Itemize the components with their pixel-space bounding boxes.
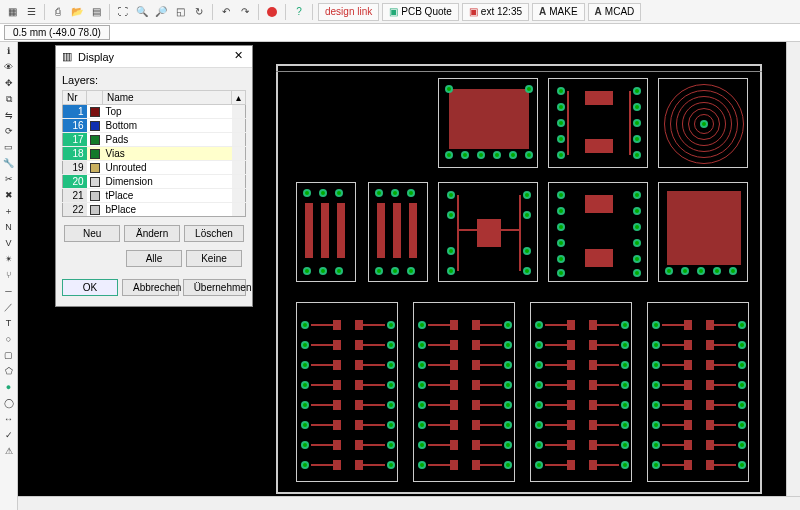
drc-tool-icon[interactable]: ✓ xyxy=(2,428,16,442)
grid-icon[interactable]: ▦ xyxy=(4,4,20,20)
zoom-sel-icon[interactable]: ◱ xyxy=(172,4,188,20)
move-tool-icon[interactable]: ✥ xyxy=(2,76,16,90)
alle-button[interactable]: Alle xyxy=(126,250,182,267)
change-tool-icon[interactable]: 🔧 xyxy=(2,156,16,170)
hole-tool-icon[interactable]: ◯ xyxy=(2,396,16,410)
layer-name: Dimension xyxy=(103,175,232,189)
group-tool-icon[interactable]: ▭ xyxy=(2,140,16,154)
lib-icon[interactable]: ▤ xyxy=(88,4,104,20)
layer-name: Unrouted xyxy=(103,161,232,175)
help-icon[interactable]: ? xyxy=(291,4,307,20)
layer-row[interactable]: 19Unrouted xyxy=(63,161,246,175)
layer-row[interactable]: 18Vias xyxy=(63,147,246,161)
pcb-package[interactable] xyxy=(658,182,748,282)
value-tool-icon[interactable]: V xyxy=(2,236,16,250)
layer-name: Top xyxy=(103,105,232,119)
scroll-up-icon[interactable]: ▴ xyxy=(232,91,246,105)
pcb-package[interactable] xyxy=(296,182,356,282)
dialog-title: Display xyxy=(78,51,114,63)
route-tool-icon[interactable]: ─ xyxy=(2,284,16,298)
print-icon[interactable]: ⎙ xyxy=(50,4,66,20)
display-dialog: ▥ Display ✕ Layers: Nr Name ▴ 1Top16Bott… xyxy=(55,45,253,307)
layer-name: tPlace xyxy=(103,189,232,203)
layer-row[interactable]: 17Pads xyxy=(63,133,246,147)
layer-name: Vias xyxy=(103,147,232,161)
pcb-package[interactable] xyxy=(438,78,538,168)
cut-tool-icon[interactable]: ✂ xyxy=(2,172,16,186)
rect-tool-icon[interactable]: ▢ xyxy=(2,348,16,362)
redraw-icon[interactable]: ↻ xyxy=(191,4,207,20)
poly-tool-icon[interactable]: ⬠ xyxy=(2,364,16,378)
name-tool-icon[interactable]: N xyxy=(2,220,16,234)
layer-row[interactable]: 1Top xyxy=(63,105,246,119)
wire-tool-icon[interactable]: ／ xyxy=(2,300,16,314)
pcb-package[interactable] xyxy=(438,182,538,282)
pcb-quote-button[interactable]: ▣PCB Quote xyxy=(382,3,459,21)
layer-name: bPlace xyxy=(103,203,232,217)
mirror-tool-icon[interactable]: ⇋ xyxy=(2,108,16,122)
abbrechen-button[interactable]: Abbrechen xyxy=(122,279,179,296)
col-nr[interactable]: Nr xyxy=(63,91,87,105)
layer-table[interactable]: Nr Name ▴ 1Top16Bottom17Pads18Vias19Unro… xyxy=(62,90,246,217)
horizontal-scrollbar[interactable] xyxy=(18,496,800,510)
split-tool-icon[interactable]: ⑂ xyxy=(2,268,16,282)
neu-button[interactable]: Neu xyxy=(64,225,120,242)
pcb-package[interactable] xyxy=(413,302,515,482)
ok-button[interactable]: OK xyxy=(62,279,118,296)
open-icon[interactable]: 📂 xyxy=(69,4,85,20)
pcb-package[interactable] xyxy=(548,78,648,168)
info-tool-icon[interactable]: ℹ xyxy=(2,44,16,58)
pcb-package[interactable] xyxy=(548,182,648,282)
layer-row[interactable]: 16Bottom xyxy=(63,119,246,133)
add-tool-icon[interactable]: ＋ xyxy=(2,204,16,218)
via-tool-icon[interactable]: ● xyxy=(2,380,16,394)
pcb-package[interactable] xyxy=(368,182,428,282)
col-name[interactable]: Name xyxy=(103,91,232,105)
layer-name: Bottom xyxy=(103,119,232,133)
show-tool-icon[interactable]: 👁 xyxy=(2,60,16,74)
left-toolbar: ℹ 👁 ✥ ⧉ ⇋ ⟳ ▭ 🔧 ✂ ✖ ＋ N V ✴ ⑂ ─ ／ T ○ ▢ … xyxy=(0,42,18,510)
errors-tool-icon[interactable]: ⚠ xyxy=(2,444,16,458)
layers-icon[interactable]: ☰ xyxy=(23,4,39,20)
top-toolbar: ▦ ☰ ⎙ 📂 ▤ ⛶ 🔍 🔎 ◱ ↻ ↶ ↷ ? design link ▣P… xyxy=(0,0,800,24)
layer-name: Pads xyxy=(103,133,232,147)
layers-label: Layers: xyxy=(62,74,246,86)
dim-tool-icon[interactable]: ↔ xyxy=(2,412,16,426)
uebernehmen-button[interactable]: Übernehmen xyxy=(183,279,246,296)
coord-readout: 0.5 mm (-49.0 78.0) xyxy=(4,25,110,40)
zoom-fit-icon[interactable]: ⛶ xyxy=(115,4,131,20)
rotate-tool-icon[interactable]: ⟳ xyxy=(2,124,16,138)
keine-button[interactable]: Keine xyxy=(186,250,242,267)
copy-tool-icon[interactable]: ⧉ xyxy=(2,92,16,106)
dialog-titlebar[interactable]: ▥ Display ✕ xyxy=(56,46,252,68)
mcad-button[interactable]: AMCAD xyxy=(588,3,642,21)
pcb-package[interactable] xyxy=(296,302,398,482)
dialog-icon: ▥ xyxy=(62,50,72,63)
text-tool-icon[interactable]: T xyxy=(2,316,16,330)
redo-icon[interactable]: ↷ xyxy=(237,4,253,20)
pcb-package[interactable] xyxy=(647,302,749,482)
loeschen-button[interactable]: Löschen xyxy=(184,225,244,242)
vertical-scrollbar[interactable] xyxy=(786,42,800,496)
layer-row[interactable]: 22bPlace xyxy=(63,203,246,217)
smash-tool-icon[interactable]: ✴ xyxy=(2,252,16,266)
pcb-package[interactable] xyxy=(658,78,748,168)
zoom-out-icon[interactable]: 🔎 xyxy=(153,4,169,20)
status-bar: 0.5 mm (-49.0 78.0) xyxy=(0,24,800,42)
close-icon[interactable]: ✕ xyxy=(230,49,246,65)
delete-tool-icon[interactable]: ✖ xyxy=(2,188,16,202)
pcb-package[interactable] xyxy=(530,302,632,482)
zoom-in-icon[interactable]: 🔍 xyxy=(134,4,150,20)
circle-tool-icon[interactable]: ○ xyxy=(2,332,16,346)
design-link-button[interactable]: design link xyxy=(318,3,379,21)
bom-button[interactable]: ▣ext 12:35 xyxy=(462,3,529,21)
undo-icon[interactable]: ↶ xyxy=(218,4,234,20)
stop-icon[interactable] xyxy=(264,4,280,20)
layer-row[interactable]: 21tPlace xyxy=(63,189,246,203)
make-button[interactable]: AMAKE xyxy=(532,3,585,21)
aendern-button[interactable]: Ändern xyxy=(124,225,180,242)
layer-row[interactable]: 20Dimension xyxy=(63,175,246,189)
